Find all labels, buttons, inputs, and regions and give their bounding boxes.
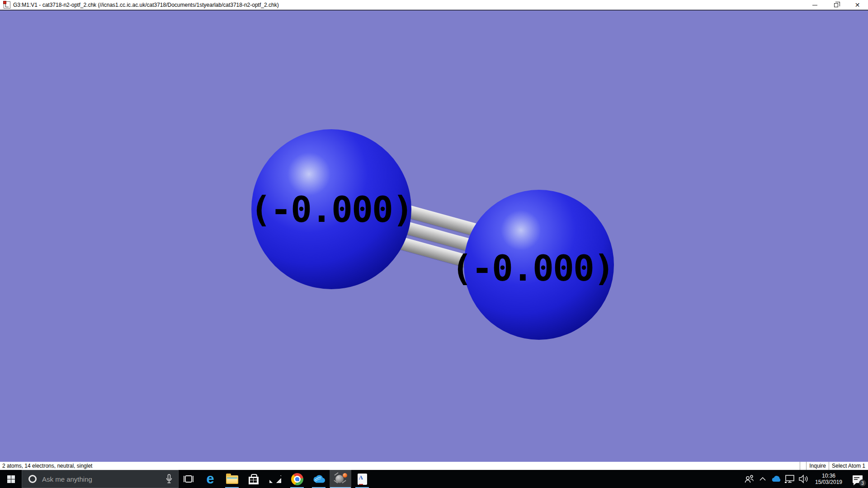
caption-buttons: ✕	[804, 0, 868, 10]
network-icon	[784, 474, 795, 483]
atom-2-charge-label: (-0.000)	[442, 249, 623, 287]
file-explorer-icon	[226, 475, 238, 484]
search-box[interactable]: Ask me anything	[22, 470, 179, 488]
onedrive-cloud-icon	[771, 475, 782, 483]
gaussview-window: G3:M1:V1 - cat3718-n2-optf_2.chk (//icna…	[0, 0, 868, 488]
clock-time: 10:36	[812, 473, 845, 479]
document-app-icon: A	[358, 474, 367, 485]
onedrive-tray-button[interactable]	[769, 470, 783, 488]
taskbar-app-document[interactable]: A	[351, 470, 373, 488]
taskbar-app-edge[interactable]: e	[199, 470, 221, 488]
store-icon	[249, 477, 259, 484]
windows-logo-icon	[7, 475, 15, 483]
start-button[interactable]	[0, 470, 22, 488]
system-tray: 10:36 15/03/2019 3	[742, 470, 868, 488]
window-title: G3:M1:V1 - cat3718-n2-optf_2.chk (//icna…	[13, 2, 279, 8]
taskbar: Ask me anything e	[0, 470, 868, 488]
cortana-icon	[28, 475, 37, 483]
taskbar-app-file-explorer[interactable]	[221, 470, 243, 488]
gaussview-window-icon	[4, 1, 10, 9]
hidden-icons-button[interactable]	[756, 470, 769, 488]
window-icon-tree-glyph	[5, 4, 9, 7]
pinned-apps: e	[199, 470, 373, 488]
clock[interactable]: 10:36 15/03/2019	[812, 473, 845, 485]
document-app-letter: A	[359, 474, 363, 485]
taskbar-app-chrome[interactable]	[286, 470, 308, 488]
molecule-summary: 2 atoms, 14 electrons, neutral, singlet	[0, 463, 800, 469]
microphone-icon[interactable]	[165, 474, 173, 484]
atom-1-charge-label: (-0.000)	[241, 191, 422, 229]
speaker-icon	[798, 474, 809, 483]
restore-icon	[834, 3, 838, 7]
minimize-button[interactable]	[804, 0, 826, 10]
action-center-button[interactable]: 3	[847, 470, 868, 488]
chrome-icon	[291, 473, 303, 485]
window-icon-red-square	[3, 1, 6, 4]
gaussview-icon	[334, 472, 347, 486]
taskbar-app-gaussview[interactable]	[330, 470, 351, 488]
status-mode-cell: Inquire	[806, 462, 829, 470]
minimize-icon	[812, 5, 817, 5]
notification-badge: 3	[859, 479, 866, 487]
volume-tray-button[interactable]	[797, 470, 810, 488]
network-tray-button[interactable]	[783, 470, 797, 488]
taskbar-app-cloud[interactable]	[308, 470, 330, 488]
cloud-app-icon	[312, 474, 326, 484]
edge-icon: e	[206, 472, 214, 486]
titlebar: G3:M1:V1 - cat3718-n2-optf_2.chk (//icna…	[0, 0, 868, 10]
close-button[interactable]: ✕	[847, 0, 868, 10]
people-icon	[744, 474, 754, 483]
taskbar-app-store[interactable]	[243, 470, 264, 488]
task-view-icon	[183, 475, 194, 483]
statusbar: 2 atoms, 14 electrons, neutral, singlet …	[0, 462, 868, 470]
task-view-button[interactable]	[179, 470, 198, 488]
clock-date: 15/03/2019	[812, 479, 845, 485]
mail-icon	[269, 475, 281, 483]
people-tray-button[interactable]	[742, 470, 756, 488]
status-spacer-cell	[800, 462, 806, 470]
restore-button[interactable]	[826, 0, 847, 10]
search-placeholder: Ask me anything	[42, 475, 165, 483]
taskbar-app-mail[interactable]	[264, 470, 286, 488]
molecule-viewport[interactable]: (-0.000) (-0.000)	[0, 10, 868, 462]
status-selection-cell: Select Atom 1	[829, 462, 868, 470]
chevron-up-icon	[760, 477, 766, 481]
